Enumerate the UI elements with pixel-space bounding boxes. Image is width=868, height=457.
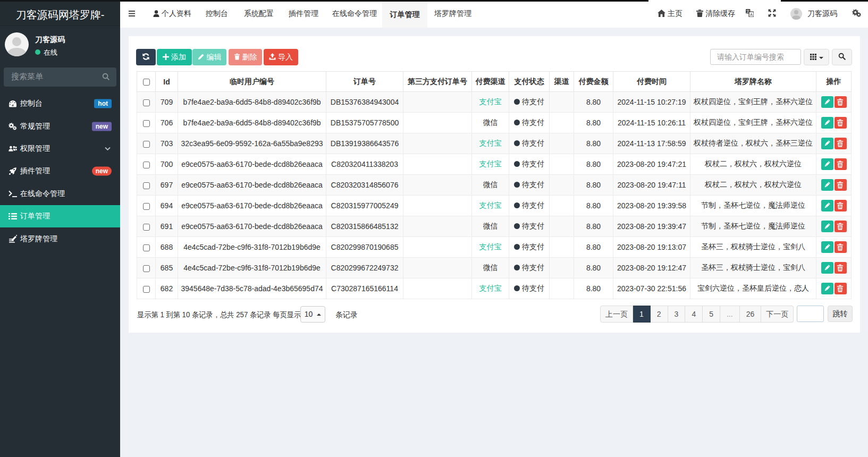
svg-text:A: A: [750, 12, 753, 17]
